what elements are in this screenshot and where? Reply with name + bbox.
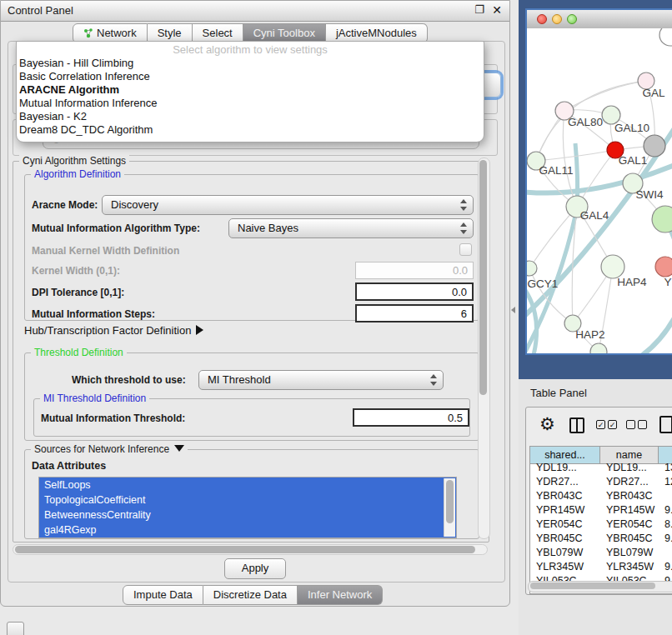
manual-kernel-checkbox[interactable] [459, 243, 472, 256]
algorithm-option-basic-correlation-inference[interactable]: Basic Correlation Inference [17, 70, 484, 83]
settings-scrollbar-thumb[interactable] [479, 160, 487, 395]
tab-infer-network[interactable]: Infer Network [298, 585, 383, 605]
tab-impute-data[interactable]: Impute Data [123, 585, 203, 605]
table-row[interactable]: YLR345WYLR345W9. [530, 560, 672, 574]
table-cell: 13 [659, 461, 672, 475]
table-cell: YDL19... [530, 461, 600, 475]
network-node[interactable] [590, 343, 607, 353]
kernel-width-field[interactable]: 0.0 [355, 262, 474, 279]
dpi-tolerance-field[interactable]: 0.0 [355, 282, 474, 301]
collapsed-arrow-icon [196, 325, 203, 335]
gear-icon[interactable]: ⚙ [539, 414, 555, 434]
table-cell: YER054C [600, 518, 659, 532]
table-cell: 8. [659, 518, 672, 532]
page-icon[interactable] [659, 416, 672, 433]
aracne-mode-combobox[interactable]: Discovery [102, 195, 474, 215]
zoom-traffic-light[interactable] [567, 14, 577, 24]
list-scrollbar-thumb[interactable] [446, 480, 454, 523]
sources-title-label: Sources for Network Inference [34, 443, 169, 455]
mi-type-combobox[interactable]: Naive Bayes [228, 218, 474, 238]
close-traffic-light[interactable] [537, 14, 547, 24]
cyni-algorithm-settings: Cyni Algorithm Settings Algorithm Defini… [13, 154, 489, 542]
table-cell: YDR27... [600, 475, 659, 489]
network-node-gcy1[interactable] [527, 261, 537, 276]
horizontal-scrollbar-thumb[interactable] [15, 546, 475, 553]
mi-threshold-field[interactable]: 0.5 [353, 408, 469, 427]
mi-threshold-label: Mutual Information Threshold: [41, 412, 185, 424]
which-threshold-combobox[interactable]: MI Threshold [198, 370, 444, 390]
node-table-window: ⚙ ✓✓ shared...nameA YDL19...YDL19...13YD… [525, 407, 672, 595]
table-row[interactable]: YER054CYER054C8. [530, 518, 672, 532]
node-label-gcy1: GCY1 [528, 278, 559, 290]
algorithm-option-bayesian-hill-climbing[interactable]: Bayesian - Hill Climbing [17, 57, 484, 70]
attribute-item-betweennesscentrality[interactable]: BetweennessCentrality [39, 508, 456, 522]
data-attributes-list[interactable]: SelfLoopsTopologicalCoefficientBetweenne… [38, 477, 457, 538]
settings-horizontal-scrollbar[interactable] [13, 544, 488, 555]
table-cell: YLR345W [530, 560, 600, 574]
table-cell: 9. [659, 532, 672, 546]
combo-arrows-icon [429, 373, 437, 387]
table-toolbar: ⚙ ✓✓ [526, 408, 672, 446]
cyni-bottom-tabs: Impute DataDiscretize DataInfer Network [123, 585, 383, 605]
table-scrollbar-thumb[interactable] [530, 582, 655, 589]
aracne-mode-label: Aracne Mode: [32, 199, 98, 211]
algorithm-definition-groupbox: Algorithm Definition Aracne Mode: Discov… [24, 174, 479, 321]
minimized-panel-icon[interactable] [7, 622, 24, 635]
hub-definition-label: Hub/Transcription Factor Definition [24, 324, 191, 337]
sources-title[interactable]: Sources for Network Inference [31, 443, 188, 455]
close-panel-icon[interactable]: ✕ [492, 3, 502, 17]
apply-button[interactable]: Apply [224, 558, 286, 579]
columns-icon[interactable] [569, 418, 584, 433]
network-node-y[interactable] [655, 257, 672, 277]
table-row[interactable]: YDR27...YDR27...12 [530, 475, 672, 489]
table-cell: 9. [659, 560, 672, 574]
table-cell: YBR045C [530, 532, 600, 546]
table-row[interactable]: YBR045CYBR045C9. [530, 532, 672, 546]
hub-definition-toggle[interactable]: Hub/Transcription Factor Definition [24, 324, 203, 337]
table-row[interactable]: YPR145WYPR145W9. [530, 503, 672, 518]
table-row[interactable]: YDL19...YDL19...13 [530, 461, 672, 475]
table-header-row: shared...nameA [530, 447, 672, 461]
node-table: shared...nameA YDL19...YDL19...13YDR27..… [529, 446, 672, 594]
attribute-item-selfloops[interactable]: SelfLoops [39, 478, 456, 492]
table-cell: YBR043C [600, 489, 659, 503]
network-window-titlebar[interactable] [527, 10, 672, 29]
algorithm-option-aracne-algorithm[interactable]: ARACNE Algorithm [17, 83, 484, 97]
node-label-y: Y [664, 276, 671, 288]
network-node-hap4[interactable] [601, 255, 624, 278]
table-horizontal-scrollbar[interactable] [528, 581, 672, 592]
kernel-width-label: Kernel Width (0,1): [32, 265, 120, 277]
attribute-item-topologicalcoefficient[interactable]: TopologicalCoefficient [39, 492, 456, 508]
list-vertical-scrollbar[interactable] [444, 478, 455, 537]
mi-threshold-title: MI Threshold Definition [40, 392, 149, 404]
control-panel-titlebar: Control Panel ❐ ✕ [1, 1, 509, 22]
deselect-all-icon[interactable] [626, 420, 647, 429]
select-all-icon[interactable]: ✓✓ [596, 420, 617, 429]
panel-splitter-handle[interactable] [511, 307, 515, 313]
tab-label: Cyni Toolbox [253, 27, 315, 39]
network-node[interactable] [652, 206, 672, 232]
table-row[interactable]: YBR043CYBR043C [530, 489, 672, 503]
table-cell [659, 489, 672, 503]
tab-label: Discretize Data [213, 588, 287, 601]
combo-arrows-icon [459, 198, 467, 212]
settings-vertical-scrollbar[interactable] [478, 158, 490, 539]
algorithm-option-mutual-information-inference[interactable]: Mutual Information Inference [17, 97, 484, 110]
algorithm-option-bayesian-k2[interactable]: Bayesian - K2 [17, 110, 484, 123]
algorithm-option-dream8-dc-tdc-algorithm[interactable]: Dream8 DC_TDC Algorithm [17, 123, 484, 137]
float-panel-icon[interactable]: ❐ [474, 3, 484, 16]
mi-steps-field[interactable]: 6 [355, 304, 474, 322]
network-graph: GALGAL80GAL10GAL1GAL11SWI4GAL4GCY1HAP4YH… [527, 28, 672, 353]
tab-label: Select [203, 27, 233, 39]
table-cell: YBR043C [530, 489, 600, 503]
mi-threshold-groupbox: MI Threshold Definition Mutual Informati… [33, 398, 470, 437]
table-row[interactable]: YBL079WYBL079W [530, 546, 672, 560]
minimize-traffic-light[interactable] [552, 14, 562, 24]
network-node[interactable] [659, 28, 672, 46]
table-cell: YER054C [530, 518, 600, 532]
table-cell [659, 546, 672, 560]
network-canvas[interactable]: GALGAL80GAL10GAL1GAL11SWI4GAL4GCY1HAP4YH… [527, 28, 672, 353]
attribute-item-gal4rgexp[interactable]: gal4RGexp [39, 522, 456, 538]
tab-discretize-data[interactable]: Discretize Data [203, 585, 298, 605]
tab-label: Impute Data [133, 588, 193, 601]
